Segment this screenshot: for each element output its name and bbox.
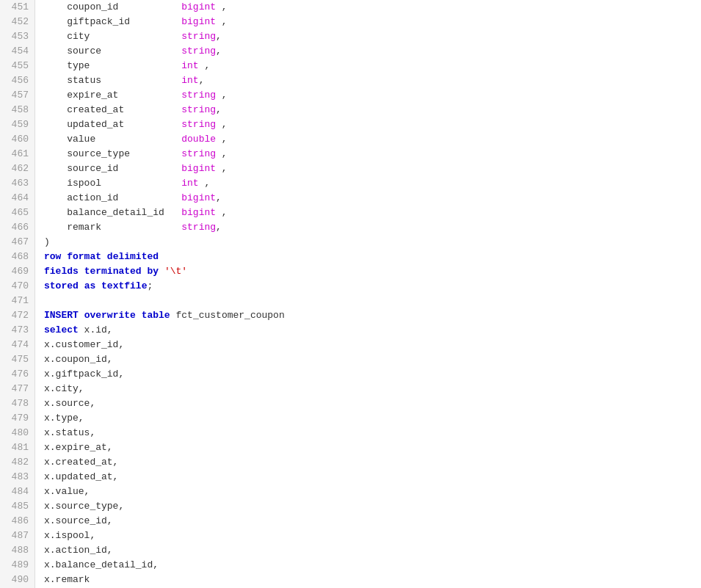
line-number: 465 bbox=[0, 206, 34, 220]
line-number: 478 bbox=[0, 396, 34, 411]
line-number: 472 bbox=[0, 308, 34, 323]
line-number: 466 bbox=[0, 220, 34, 235]
line-number: 469 bbox=[0, 264, 34, 279]
code-line: type int , bbox=[44, 59, 701, 73]
code-line: x.customer_id, bbox=[44, 338, 701, 352]
code-line: giftpack_id bigint , bbox=[44, 15, 701, 29]
code-line: remark string, bbox=[44, 220, 701, 235]
code-line: x.updated_at, bbox=[44, 470, 701, 484]
line-number: 487 bbox=[0, 529, 34, 543]
line-number: 484 bbox=[0, 484, 34, 499]
code-line: x.balance_detail_id, bbox=[44, 558, 701, 573]
code-line: updated_at string , bbox=[44, 117, 701, 132]
line-number: 462 bbox=[0, 161, 34, 176]
code-line: city string, bbox=[44, 29, 701, 44]
line-number: 461 bbox=[0, 147, 34, 161]
code-content[interactable]: coupon_id bigint , giftpack_id bigint , … bbox=[35, 0, 701, 588]
code-line: x.city, bbox=[44, 382, 701, 396]
code-line: x.status, bbox=[44, 426, 701, 440]
line-number: 458 bbox=[0, 103, 34, 117]
line-number: 456 bbox=[0, 73, 34, 88]
code-line: x.expire_at, bbox=[44, 440, 701, 455]
line-number: 477 bbox=[0, 382, 34, 396]
line-number: 455 bbox=[0, 59, 34, 73]
line-number: 488 bbox=[0, 543, 34, 558]
code-line: fields terminated by '\t' bbox=[44, 264, 701, 279]
line-number: 454 bbox=[0, 44, 34, 59]
line-number: 463 bbox=[0, 176, 34, 191]
code-area: 4514524534544554564574584594604614624634… bbox=[0, 0, 701, 588]
code-line: x.value, bbox=[44, 484, 701, 499]
code-line: x.coupon_id, bbox=[44, 352, 701, 367]
code-line: x.giftpack_id, bbox=[44, 367, 701, 382]
line-number: 471 bbox=[0, 294, 34, 308]
code-line: value double , bbox=[44, 132, 701, 147]
line-number: 467 bbox=[0, 235, 34, 250]
code-line: balance_detail_id bigint , bbox=[44, 206, 701, 220]
line-number: 453 bbox=[0, 29, 34, 44]
line-numbers: 4514524534544554564574584594604614624634… bbox=[0, 0, 35, 588]
code-line bbox=[44, 294, 701, 308]
line-number: 480 bbox=[0, 426, 34, 440]
code-line: row format delimited bbox=[44, 250, 701, 264]
line-number: 489 bbox=[0, 558, 34, 573]
line-number: 452 bbox=[0, 15, 34, 29]
code-line: x.created_at, bbox=[44, 455, 701, 470]
line-number: 482 bbox=[0, 455, 34, 470]
line-number: 486 bbox=[0, 514, 34, 529]
code-line: ) bbox=[44, 235, 701, 250]
line-number: 481 bbox=[0, 440, 34, 455]
code-line: x.source_type, bbox=[44, 499, 701, 514]
code-line: source_id bigint , bbox=[44, 161, 701, 176]
code-line: x.source, bbox=[44, 396, 701, 411]
line-number: 476 bbox=[0, 367, 34, 382]
line-number: 457 bbox=[0, 88, 34, 103]
line-number: 475 bbox=[0, 352, 34, 367]
code-line: action_id bigint, bbox=[44, 191, 701, 206]
code-line: x.action_id, bbox=[44, 543, 701, 558]
code-line: stored as textfile; bbox=[44, 279, 701, 294]
line-number: 485 bbox=[0, 499, 34, 514]
code-line: x.ispool, bbox=[44, 529, 701, 543]
line-number: 459 bbox=[0, 117, 34, 132]
line-number: 490 bbox=[0, 573, 34, 587]
code-line: expire_at string , bbox=[44, 88, 701, 103]
code-line: x.source_id, bbox=[44, 514, 701, 529]
line-number: 464 bbox=[0, 191, 34, 206]
code-line: select x.id, bbox=[44, 323, 701, 338]
code-line: source_type string , bbox=[44, 147, 701, 161]
line-number: 483 bbox=[0, 470, 34, 484]
line-number: 470 bbox=[0, 279, 34, 294]
code-line: x.type, bbox=[44, 411, 701, 426]
code-line: source string, bbox=[44, 44, 701, 59]
code-line: ispool int , bbox=[44, 176, 701, 191]
line-number: 460 bbox=[0, 132, 34, 147]
line-number: 479 bbox=[0, 411, 34, 426]
code-line: x.remark bbox=[44, 573, 701, 587]
line-number: 468 bbox=[0, 250, 34, 264]
line-number: 473 bbox=[0, 323, 34, 338]
editor-container: 4514524534544554564574584594604614624634… bbox=[0, 0, 701, 588]
code-line: status int, bbox=[44, 73, 701, 88]
code-line: coupon_id bigint , bbox=[44, 0, 701, 15]
line-number: 451 bbox=[0, 0, 34, 15]
code-line: INSERT overwrite table fct_customer_coup… bbox=[44, 308, 701, 323]
code-line: created_at string, bbox=[44, 103, 701, 117]
line-number: 474 bbox=[0, 338, 34, 352]
